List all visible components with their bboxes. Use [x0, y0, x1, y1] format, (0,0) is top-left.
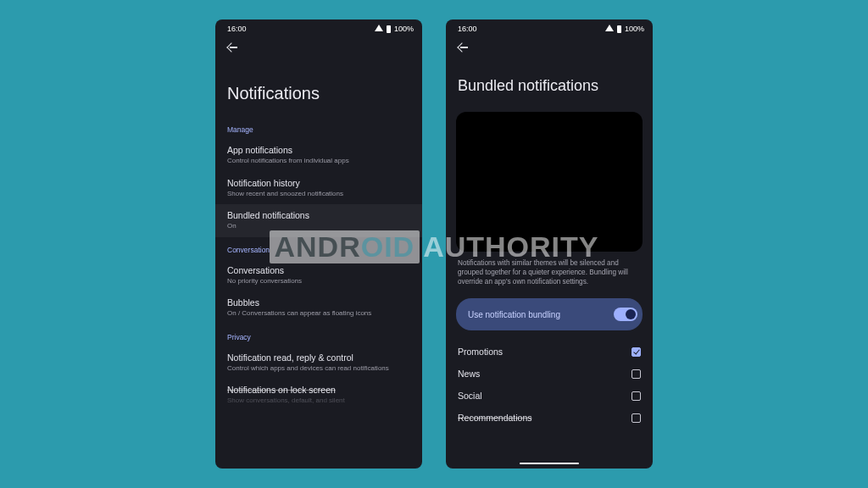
status-icons: 100% — [375, 25, 414, 33]
section-label-manage: Manage — [215, 117, 422, 139]
wifi-icon — [375, 25, 383, 31]
setting-bundled-notifications[interactable]: Bundled notifications On — [215, 204, 422, 237]
toggle-label: Use notification bundling — [468, 310, 560, 319]
category-promotions[interactable]: Promotions — [446, 341, 653, 363]
phone-pair: 16:00 100% Notifications Manage App noti… — [215, 19, 653, 469]
checkbox-unchecked-icon — [632, 413, 641, 423]
setting-bubbles[interactable]: Bubbles On / Conversations can appear as… — [215, 291, 422, 324]
category-social[interactable]: Social — [446, 385, 653, 407]
checkbox-unchecked-icon — [632, 369, 641, 379]
bundling-description: Notifications with similar themes will b… — [446, 257, 653, 295]
category-news[interactable]: News — [446, 363, 653, 385]
status-bar: 16:00 100% — [446, 19, 653, 35]
category-recommendations[interactable]: Recommendations — [446, 407, 653, 429]
setting-conversations[interactable]: Conversations No priority conversations — [215, 259, 422, 292]
status-time: 16:00 — [227, 25, 247, 33]
status-icons: 100% — [605, 25, 644, 33]
status-bar: 16:00 100% — [215, 19, 422, 35]
back-arrow-icon — [226, 42, 236, 52]
battery-icon — [387, 25, 391, 33]
switch-on-icon — [614, 308, 637, 321]
phone-left: 16:00 100% Notifications Manage App noti… — [215, 19, 422, 469]
status-battery-pct: 100% — [625, 25, 644, 33]
setting-notifications-lock-screen[interactable]: Notifications on lock screen Show conver… — [215, 379, 422, 412]
page-title: Bundled notifications — [446, 55, 653, 108]
wifi-icon — [605, 25, 614, 31]
status-time: 16:00 — [458, 25, 477, 33]
section-label-privacy: Privacy — [215, 324, 422, 347]
back-arrow-icon — [457, 42, 466, 52]
setting-app-notifications[interactable]: App notifications Control notifications … — [215, 139, 422, 172]
toggle-use-bundling[interactable]: Use notification bundling — [456, 298, 643, 330]
status-battery-pct: 100% — [394, 25, 414, 33]
home-bar-icon[interactable] — [520, 463, 579, 465]
section-label-conversation: Conversation — [215, 237, 422, 259]
setting-notification-history[interactable]: Notification history Show recent and sno… — [215, 172, 422, 205]
setting-notification-read-reply[interactable]: Notification read, reply & control Contr… — [215, 347, 422, 380]
preview-card — [456, 112, 643, 252]
back-button[interactable] — [224, 40, 239, 55]
checkbox-unchecked-icon — [632, 391, 641, 401]
page-title: Notifications — [215, 55, 422, 117]
checkbox-checked-icon — [632, 347, 641, 357]
back-button[interactable] — [454, 40, 470, 55]
battery-icon — [617, 25, 621, 33]
phone-right: 16:00 100% Bundled notifications Notific… — [446, 19, 653, 469]
